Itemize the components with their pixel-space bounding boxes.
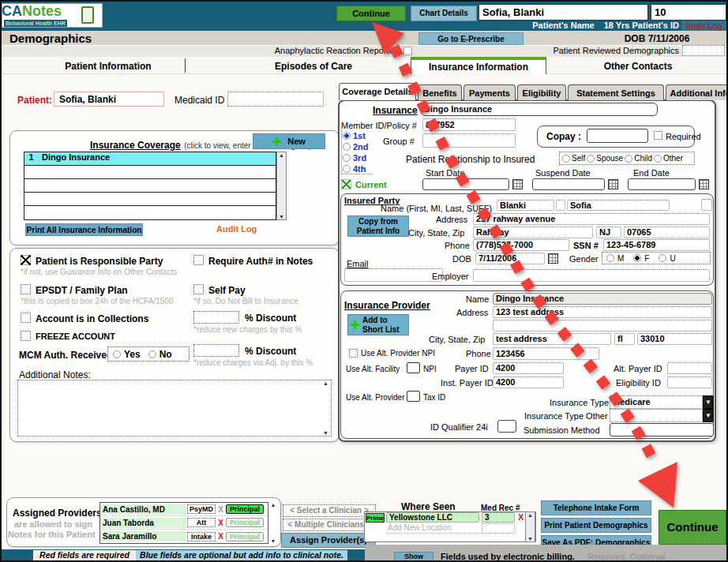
use-alt-npi-checkbox[interactable] [349, 349, 358, 358]
insured-suffix-field[interactable] [701, 199, 712, 211]
notes-scrollbar[interactable]: ▲ ▼ [321, 380, 331, 436]
rel-child-radio[interactable] [625, 155, 632, 163]
responsible-party-checkbox[interactable] [21, 255, 31, 265]
selfpay-checkbox[interactable] [193, 284, 204, 294]
calendar-icon[interactable] [548, 253, 558, 264]
add-location-placeholder[interactable]: Add New Location [386, 523, 479, 534]
tab-episodes-of-care[interactable]: Episodes of Care [238, 61, 388, 72]
member-id-field[interactable]: 897952 [422, 118, 516, 131]
print-all-insurance-button[interactable]: Print All Insurance Information [25, 223, 143, 236]
discount2-field[interactable] [193, 344, 239, 357]
patient-id-field[interactable]: 10 [651, 4, 726, 21]
copy-from-patient-button[interactable]: Copy from Patient Info [347, 215, 409, 237]
rel-self-radio[interactable] [562, 155, 570, 163]
provider-phone-field[interactable]: 123456 [493, 347, 599, 360]
scroll-down-icon[interactable]: ▼ [279, 214, 284, 219]
insurance-list-scrollbar[interactable]: ▲ ▼ [276, 152, 287, 220]
audit-log-link-insurance[interactable]: Audit Log [216, 224, 257, 234]
subtab-additional-info[interactable]: Additional Info [666, 84, 728, 100]
insured-city-field[interactable]: Rahway [473, 227, 593, 238]
scroll-down-icon[interactable]: ▼ [271, 538, 276, 544]
order-4th-radio[interactable] [343, 165, 351, 173]
order-1st-radio[interactable] [343, 132, 351, 140]
anaphylactic-checkbox[interactable] [403, 47, 412, 55]
tab-insurance-information[interactable]: Insurance Information [411, 57, 546, 74]
copay-required-checkbox[interactable] [654, 131, 662, 140]
insurance-type-other-dropdown[interactable]: ▼ [610, 409, 714, 422]
group-number-field[interactable] [422, 133, 516, 148]
copay-field[interactable] [587, 129, 648, 143]
add-to-shortlist-button[interactable]: Add toShort List [347, 314, 409, 335]
eligibility-id-field[interactable] [667, 377, 712, 388]
end-date-field[interactable] [628, 178, 696, 190]
calendar-icon[interactable] [699, 179, 709, 189]
collections-checkbox[interactable] [21, 313, 31, 323]
employer-field[interactable] [473, 269, 710, 282]
submission-method-field[interactable] [610, 423, 714, 436]
principal-button[interactable]: Principal [226, 504, 264, 514]
scroll-up-icon[interactable]: ▲ [323, 380, 328, 386]
subtab-benefits[interactable]: Benefits [418, 84, 462, 100]
alt-payer-id-field[interactable] [667, 362, 712, 374]
med-rec-field[interactable]: 3 [482, 512, 515, 523]
provider-address2-field[interactable] [493, 320, 712, 332]
insurance-row-empty[interactable] [24, 166, 276, 179]
suspend-date-field[interactable] [532, 178, 605, 190]
provider-state-field[interactable]: fl [614, 333, 635, 345]
subtab-coverage-details[interactable]: Coverage Details [339, 83, 416, 100]
subtab-payments[interactable]: Payments [463, 84, 516, 100]
principal-button[interactable]: Principal [226, 518, 264, 527]
where-seen-scrollbar[interactable]: ▲ ▼ [525, 511, 535, 542]
eprescribe-button[interactable]: Go to E-Prescribe [418, 32, 523, 45]
insured-last-name-field[interactable]: Sofia [567, 200, 670, 211]
continue-button-bottom[interactable]: Continue [659, 510, 726, 545]
inst-payer-id-field[interactable]: 4200 [493, 377, 564, 388]
freeze-checkbox[interactable] [21, 331, 31, 341]
remove-provider-icon[interactable]: X [216, 519, 226, 527]
insurance-row-empty[interactable] [24, 179, 276, 193]
scroll-up-icon[interactable]: ▲ [527, 512, 533, 518]
discount1-field[interactable] [193, 311, 239, 324]
remove-provider-icon[interactable]: X [216, 505, 226, 514]
med-rec-empty-field[interactable] [482, 523, 515, 534]
use-alt-provider-checkbox[interactable] [407, 391, 420, 402]
dropdown-arrow-icon[interactable]: ▼ [703, 395, 714, 409]
mcm-yes-radio[interactable] [113, 350, 121, 358]
insured-mi-field[interactable] [556, 200, 565, 211]
mcm-no-radio[interactable] [148, 350, 156, 358]
gender-f-radio[interactable] [633, 254, 641, 262]
remove-location-icon[interactable]: X [518, 512, 523, 522]
print-demographics-button[interactable]: Print Patient Demographics [541, 518, 651, 533]
tab-patient-information[interactable]: Patient Information [33, 61, 183, 72]
subtab-statement-settings[interactable]: Statement Settings [568, 84, 664, 100]
provider-row[interactable]: Ana Castillo, MD PsyMD X Principal [100, 503, 268, 516]
provider-name-field[interactable]: Dingo Insurance [493, 293, 712, 305]
provider-row[interactable]: Sara Jaramillo Intake X Principal [100, 530, 268, 543]
scroll-down-icon[interactable]: ▼ [527, 536, 533, 541]
start-date-field[interactable] [422, 178, 509, 190]
use-alt-facility-checkbox[interactable] [407, 362, 420, 373]
rel-other-radio[interactable] [654, 155, 662, 163]
medicaid-field[interactable] [227, 92, 324, 107]
multiple-clinicians-button[interactable]: < Multiple Clinicians > [283, 519, 376, 531]
select-clinician-button[interactable]: < Select a Clinician > [283, 504, 376, 517]
insured-address-field[interactable]: 217 rahway avenue [473, 213, 710, 225]
continue-button-top[interactable]: Continue [336, 6, 406, 21]
epsdt-checkbox[interactable] [21, 284, 31, 294]
provider-zip-field[interactable]: 33010 [637, 333, 712, 345]
require-auth-checkbox[interactable] [193, 255, 204, 265]
provider-address-field[interactable]: 123 test address [493, 306, 712, 318]
insurance-row-empty[interactable] [24, 193, 276, 206]
subtab-eligibility[interactable]: Eligibility [517, 84, 566, 100]
insurance-type-dropdown[interactable]: Medicare ▼ [610, 395, 714, 409]
email-field[interactable] [344, 268, 443, 282]
id-qualifier-field[interactable] [497, 420, 516, 433]
payer-id-field[interactable]: 4200 [493, 362, 564, 374]
scroll-up-icon[interactable]: ▲ [279, 152, 284, 158]
providers-scrollbar[interactable]: ▲ ▼ [268, 502, 278, 544]
additional-notes-textarea[interactable] [17, 380, 332, 436]
insured-zip-field[interactable]: 07065 [624, 227, 710, 238]
insurance-row-empty[interactable] [24, 206, 276, 219]
insured-dob-field[interactable]: 7/11/2006 [475, 253, 545, 264]
scroll-up-icon[interactable]: ▲ [271, 502, 276, 508]
